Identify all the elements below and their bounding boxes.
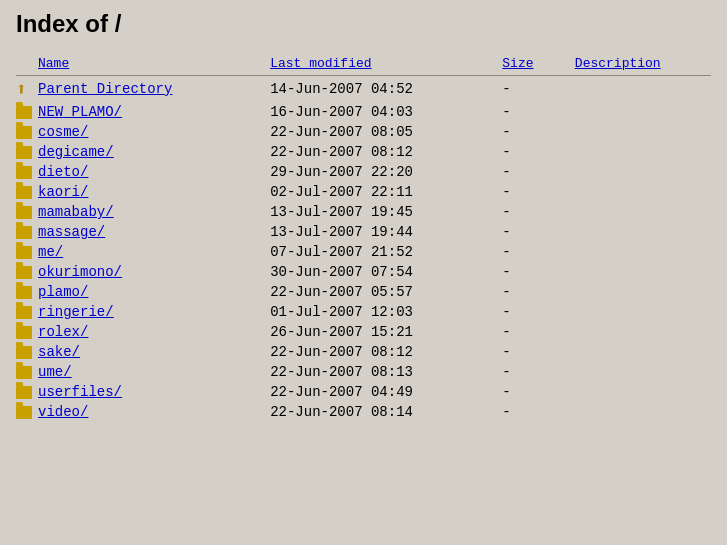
file-link[interactable]: sake/ <box>38 344 80 360</box>
file-size-cell: - <box>502 182 575 202</box>
file-link[interactable]: ume/ <box>38 364 72 380</box>
file-size-cell: - <box>502 122 575 142</box>
file-description-cell <box>575 222 711 242</box>
file-modified-cell: 13-Jul-2007 19:45 <box>270 202 502 222</box>
folder-icon <box>16 246 32 259</box>
parent-dir-icon: ⬆ <box>16 78 27 100</box>
file-icon-cell: ⬆ <box>16 76 38 103</box>
file-description-cell <box>575 162 711 182</box>
file-size-cell: - <box>502 262 575 282</box>
file-icon-cell <box>16 302 38 322</box>
table-row: ringerie/01-Jul-2007 12:03- <box>16 302 711 322</box>
table-header-row: Name Last modified Size Description <box>16 54 711 76</box>
file-link[interactable]: rolex/ <box>38 324 88 340</box>
file-modified-cell: 01-Jul-2007 12:03 <box>270 302 502 322</box>
file-link[interactable]: me/ <box>38 244 63 260</box>
file-size-cell: - <box>502 282 575 302</box>
file-icon-cell <box>16 162 38 182</box>
file-size-cell: - <box>502 382 575 402</box>
file-link[interactable]: ringerie/ <box>38 304 114 320</box>
description-col-header[interactable]: Description <box>575 54 711 76</box>
file-size-cell: - <box>502 202 575 222</box>
file-modified-cell: 26-Jun-2007 15:21 <box>270 322 502 342</box>
file-link[interactable]: massage/ <box>38 224 105 240</box>
file-link[interactable]: cosme/ <box>38 124 88 140</box>
file-icon-cell <box>16 102 38 122</box>
file-link[interactable]: degicame/ <box>38 144 114 160</box>
file-description-cell <box>575 102 711 122</box>
folder-icon <box>16 286 32 299</box>
file-name-cell: dieto/ <box>38 162 270 182</box>
table-row: sake/22-Jun-2007 08:12- <box>16 342 711 362</box>
folder-icon <box>16 406 32 419</box>
file-link[interactable]: plamo/ <box>38 284 88 300</box>
file-name-cell: plamo/ <box>38 282 270 302</box>
file-listing-table: Name Last modified Size Description ⬆Par… <box>16 54 711 422</box>
file-link[interactable]: dieto/ <box>38 164 88 180</box>
file-modified-cell: 13-Jul-2007 19:44 <box>270 222 502 242</box>
file-modified-cell: 29-Jun-2007 22:20 <box>270 162 502 182</box>
file-modified-cell: 07-Jul-2007 21:52 <box>270 242 502 262</box>
modified-col-header[interactable]: Last modified <box>270 54 502 76</box>
file-icon-cell <box>16 242 38 262</box>
table-row: rolex/26-Jun-2007 15:21- <box>16 322 711 342</box>
folder-icon <box>16 346 32 359</box>
file-size-cell: - <box>502 302 575 322</box>
file-description-cell <box>575 76 711 103</box>
folder-icon <box>16 266 32 279</box>
table-row: me/07-Jul-2007 21:52- <box>16 242 711 262</box>
file-name-cell: rolex/ <box>38 322 270 342</box>
file-icon-cell <box>16 222 38 242</box>
table-row: video/22-Jun-2007 08:14- <box>16 402 711 422</box>
name-col-header[interactable]: Name <box>38 54 270 76</box>
file-modified-cell: 22-Jun-2007 08:13 <box>270 362 502 382</box>
file-size-cell: - <box>502 102 575 122</box>
file-name-cell: Parent Directory <box>38 76 270 103</box>
folder-icon <box>16 226 32 239</box>
file-modified-cell: 22-Jun-2007 04:49 <box>270 382 502 402</box>
file-description-cell <box>575 382 711 402</box>
size-col-header[interactable]: Size <box>502 54 575 76</box>
table-row: okurimono/30-Jun-2007 07:54- <box>16 262 711 282</box>
file-icon-cell <box>16 322 38 342</box>
file-link[interactable]: okurimono/ <box>38 264 122 280</box>
folder-icon <box>16 106 32 119</box>
file-link[interactable]: kaori/ <box>38 184 88 200</box>
table-row: mamababy/13-Jul-2007 19:45- <box>16 202 711 222</box>
folder-icon <box>16 366 32 379</box>
folder-icon <box>16 326 32 339</box>
folder-icon <box>16 126 32 139</box>
file-description-cell <box>575 302 711 322</box>
file-name-cell: userfiles/ <box>38 382 270 402</box>
folder-icon <box>16 146 32 159</box>
file-icon-cell <box>16 262 38 282</box>
file-name-cell: cosme/ <box>38 122 270 142</box>
file-icon-cell <box>16 142 38 162</box>
file-modified-cell: 30-Jun-2007 07:54 <box>270 262 502 282</box>
file-modified-cell: 22-Jun-2007 08:05 <box>270 122 502 142</box>
file-name-cell: degicame/ <box>38 142 270 162</box>
file-size-cell: - <box>502 222 575 242</box>
table-row: NEW_PLAMO/16-Jun-2007 04:03- <box>16 102 711 122</box>
file-modified-cell: 22-Jun-2007 08:12 <box>270 342 502 362</box>
file-link[interactable]: NEW_PLAMO/ <box>38 104 122 120</box>
file-link[interactable]: video/ <box>38 404 88 420</box>
table-row: degicame/22-Jun-2007 08:12- <box>16 142 711 162</box>
file-description-cell <box>575 342 711 362</box>
table-row: ume/22-Jun-2007 08:13- <box>16 362 711 382</box>
file-name-cell: okurimono/ <box>38 262 270 282</box>
folder-icon <box>16 206 32 219</box>
page-title: Index of / <box>16 10 711 38</box>
file-link[interactable]: mamababy/ <box>38 204 114 220</box>
file-modified-cell: 16-Jun-2007 04:03 <box>270 102 502 122</box>
file-name-cell: mamababy/ <box>38 202 270 222</box>
file-link[interactable]: Parent Directory <box>38 81 172 97</box>
file-link[interactable]: userfiles/ <box>38 384 122 400</box>
file-modified-cell: 14-Jun-2007 04:52 <box>270 76 502 103</box>
table-row: userfiles/22-Jun-2007 04:49- <box>16 382 711 402</box>
folder-icon <box>16 166 32 179</box>
file-size-cell: - <box>502 402 575 422</box>
file-modified-cell: 22-Jun-2007 05:57 <box>270 282 502 302</box>
icon-col-header <box>16 54 38 76</box>
file-size-cell: - <box>502 242 575 262</box>
